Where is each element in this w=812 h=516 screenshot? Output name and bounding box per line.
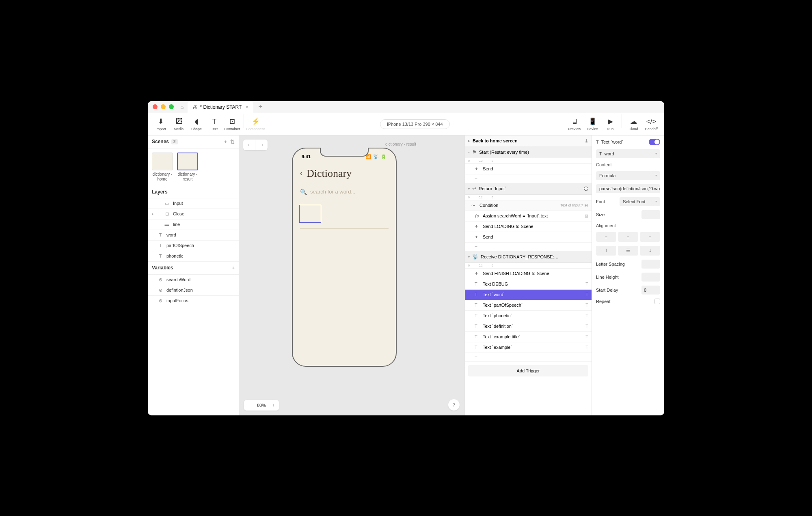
new-tab-button[interactable]: + bbox=[258, 103, 262, 110]
variable-icon: ⊗ bbox=[158, 298, 163, 303]
scene-thumbnail[interactable]: dictionary - result bbox=[177, 153, 198, 182]
variable-row[interactable]: ⊗inputFocus bbox=[148, 296, 239, 306]
canvas-nav: ← → bbox=[243, 140, 268, 150]
import-tool[interactable]: ⬇Import bbox=[152, 114, 170, 134]
cloud-tool[interactable]: ☁Cloud bbox=[624, 114, 642, 134]
action-row[interactable]: TText `partOfSpeech`T bbox=[465, 300, 592, 311]
chevron-right-icon: ▸ bbox=[468, 139, 470, 143]
zoom-in-button[interactable]: + bbox=[268, 400, 279, 411]
chevron-down-icon[interactable]: ▾ bbox=[468, 150, 470, 154]
repeat-row: Repeat bbox=[596, 299, 660, 304]
action-row[interactable]: ✈Send bbox=[465, 232, 592, 243]
add-variable-button[interactable]: + bbox=[231, 265, 235, 271]
add-scene-button[interactable]: + bbox=[224, 139, 227, 145]
collapse-icon[interactable]: ⤓ bbox=[585, 138, 588, 144]
layer-row[interactable]: TpartOfSpeech bbox=[148, 241, 239, 251]
text-icon: T bbox=[212, 117, 216, 126]
variable-row[interactable]: ⊗searchWord bbox=[148, 275, 239, 285]
trigger-block-header[interactable]: ▾ 📡 Receive DICTIONARY_RESPONSE:… bbox=[465, 252, 592, 263]
selection-box[interactable] bbox=[299, 205, 321, 223]
layer-row[interactable]: ▸⊡Close bbox=[148, 209, 239, 219]
document-tab[interactable]: 🖨 * Dictionary START × bbox=[188, 101, 253, 113]
add-action-button[interactable]: + bbox=[465, 174, 592, 183]
component-icon: ⚡ bbox=[251, 117, 260, 126]
expand-icon[interactable]: ▸ bbox=[152, 212, 154, 216]
layer-row[interactable]: ▭Input bbox=[148, 198, 239, 209]
variable-row[interactable]: ⊗defintionJson bbox=[148, 285, 239, 296]
action-row[interactable]: TText `example title`T bbox=[465, 332, 592, 342]
chevron-down-icon[interactable]: ▾ bbox=[468, 187, 470, 191]
preview-tool[interactable]: 🖥Preview bbox=[566, 114, 583, 134]
shape-tool[interactable]: ◖Shape bbox=[188, 114, 205, 134]
chevron-down-icon[interactable]: ▾ bbox=[468, 255, 470, 259]
start-delay-input[interactable]: 0 bbox=[641, 286, 660, 295]
sort-scenes-button[interactable]: ⇅ bbox=[230, 139, 235, 145]
action-row[interactable]: ✈Send LOADING to Scene bbox=[465, 221, 592, 232]
media-tool[interactable]: 🖼Media bbox=[170, 114, 188, 134]
timeline-ruler: 00.20 bbox=[465, 158, 592, 164]
scene-thumbnail[interactable]: dictionary - home bbox=[152, 153, 173, 182]
zoom-control: − 80% + bbox=[244, 400, 279, 411]
repeat-label: Repeat bbox=[596, 299, 610, 304]
run-tool[interactable]: ▶Run bbox=[601, 114, 619, 134]
add-action-button[interactable]: + bbox=[465, 353, 592, 362]
align-middle-button[interactable]: ☰ bbox=[618, 246, 638, 256]
layer-row[interactable]: Tphonetic bbox=[148, 251, 239, 262]
font-select[interactable]: Select Font ▾ bbox=[620, 197, 660, 206]
device-tool[interactable]: 📱Device bbox=[583, 114, 601, 134]
zoom-value: 80% bbox=[255, 403, 268, 408]
align-top-button[interactable]: ⤒ bbox=[596, 246, 616, 256]
action-row[interactable]: TText `phonetic`T bbox=[465, 311, 592, 321]
text-icon: T bbox=[158, 254, 163, 258]
nav-back-button[interactable]: ← bbox=[243, 140, 255, 150]
minimize-window-button[interactable] bbox=[161, 104, 166, 109]
layers-title: Layers bbox=[152, 189, 168, 195]
add-trigger-button[interactable]: Add Trigger bbox=[468, 365, 588, 376]
canvas[interactable]: ← → dictionary - result 9:41 📶 📡 🔋 ‹ Dic… bbox=[239, 135, 464, 415]
zoom-out-button[interactable]: − bbox=[244, 400, 255, 411]
action-row[interactable]: TText `example`T bbox=[465, 342, 592, 353]
add-action-button[interactable]: + bbox=[465, 243, 592, 252]
timeline-ruler: 00.20 bbox=[465, 263, 592, 269]
text-tool[interactable]: TText bbox=[205, 114, 223, 134]
align-bottom-button[interactable]: ⤓ bbox=[640, 246, 660, 256]
home-icon[interactable]: ⌂ bbox=[180, 103, 184, 110]
action-row[interactable]: TText `definition`T bbox=[465, 321, 592, 332]
container-tool[interactable]: ⊡Container bbox=[223, 114, 241, 134]
action-row[interactable]: TText DEBUGT bbox=[465, 279, 592, 290]
line-height-input[interactable] bbox=[641, 273, 660, 282]
size-input[interactable] bbox=[641, 210, 660, 219]
align-right-button[interactable]: ≡ bbox=[640, 232, 660, 242]
handoff-tool[interactable]: </>Handoff bbox=[642, 114, 660, 134]
letter-spacing-input[interactable] bbox=[641, 260, 660, 269]
close-tab-icon[interactable]: × bbox=[246, 104, 248, 110]
close-icon[interactable]: ⊠ bbox=[585, 213, 588, 219]
block-title: Start (Restart every time) bbox=[479, 150, 529, 155]
condition-row[interactable]: ⤳ Condition Text of Input ≠ se bbox=[465, 200, 592, 211]
maximize-window-button[interactable] bbox=[169, 104, 174, 109]
back-icon[interactable]: ‹ bbox=[300, 169, 302, 178]
repeat-checkbox[interactable] bbox=[654, 299, 660, 304]
enabled-toggle[interactable] bbox=[649, 139, 660, 145]
action-row[interactable]: ✈Send FINISH LOADING to Scene bbox=[465, 269, 592, 279]
font-label: Font bbox=[596, 199, 605, 204]
action-row[interactable]: ✈Send bbox=[465, 164, 592, 174]
help-button[interactable]: ? bbox=[448, 399, 460, 411]
target-select[interactable]: T word ▾ bbox=[596, 149, 660, 158]
scene-preview bbox=[152, 153, 173, 170]
search-field[interactable]: 🔍 search for a word... bbox=[298, 189, 391, 195]
device-selector[interactable]: iPhone 13/13 Pro 390 × 844 bbox=[380, 119, 449, 129]
info-icon[interactable]: ⓘ bbox=[584, 186, 588, 192]
scene-label: dictionary - result bbox=[177, 172, 198, 182]
layer-row[interactable]: ▬line bbox=[148, 219, 239, 230]
content-type-select[interactable]: Formula ▾ bbox=[596, 171, 660, 180]
action-row-selected[interactable]: TText `word`T bbox=[465, 290, 592, 300]
action-row[interactable]: ƒxAssign searchWord = `Input`.text⊠ bbox=[465, 211, 592, 221]
layer-row[interactable]: Tword bbox=[148, 230, 239, 241]
align-center-button[interactable]: ≡ bbox=[618, 232, 638, 242]
close-window-button[interactable] bbox=[153, 104, 158, 109]
timeline-header[interactable]: ▸ Back to home screen ⤓ bbox=[465, 135, 592, 147]
align-left-button[interactable]: ≡ bbox=[596, 232, 616, 242]
trigger-block-header[interactable]: ▾ ⚑ Start (Restart every time) bbox=[465, 147, 592, 158]
trigger-block-header[interactable]: ▾ ↩ Return `Input` ⓘ bbox=[465, 183, 592, 195]
